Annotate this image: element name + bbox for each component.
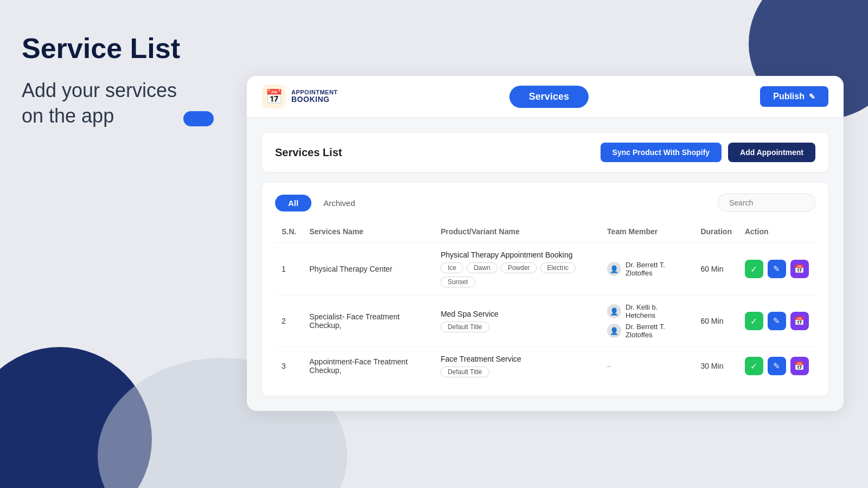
member-name: Dr. Berrett T. Zlotoffes bbox=[626, 323, 687, 339]
cell-duration: 30 Min bbox=[694, 347, 738, 386]
page-title: Service List bbox=[22, 33, 239, 65]
tab-all[interactable]: All bbox=[275, 195, 311, 211]
table-card: All Archived S.N. Services Name Product/… bbox=[262, 183, 828, 396]
content-area: Services List Sync Product With Shopify … bbox=[247, 118, 844, 411]
product-tag: Default Title bbox=[441, 367, 489, 377]
col-service-name: Services Name bbox=[303, 223, 434, 243]
member-name: Dr. Berrett T. Zlotoffes bbox=[626, 261, 687, 277]
cell-duration: 60 Min bbox=[694, 243, 738, 296]
avatar: 👤 bbox=[607, 304, 621, 318]
cell-product-name: Face Treatment ServiceDefault Title bbox=[434, 347, 601, 386]
edit-icon: ✎ bbox=[809, 92, 815, 101]
col-sn: S.N. bbox=[275, 223, 303, 243]
action-calendar-button[interactable]: 📅 bbox=[790, 357, 809, 375]
col-duration: Duration bbox=[694, 223, 738, 243]
table-header-row: S.N. Services Name Product/Variant Name … bbox=[275, 223, 815, 243]
cell-service-name: Physical Therapy Center bbox=[303, 243, 434, 296]
avatar: 👤 bbox=[607, 324, 621, 338]
product-tag: Electric bbox=[540, 262, 576, 273]
cell-duration: 60 Min bbox=[694, 296, 738, 347]
action-edit-button[interactable]: ✎ bbox=[768, 357, 786, 375]
product-tag: Default Title bbox=[441, 322, 489, 332]
table-row: 1Physical Therapy CenterPhysical Therapy… bbox=[275, 243, 815, 296]
header-actions: Sync Product With Shopify Add Appointmen… bbox=[601, 143, 815, 162]
filter-tabs: All Archived bbox=[275, 195, 360, 211]
main-card: 📅 APPOINTMENT BOOKING Services Publish ✎… bbox=[247, 76, 844, 411]
sync-shopify-button[interactable]: Sync Product With Shopify bbox=[601, 143, 722, 162]
action-calendar-button[interactable]: 📅 bbox=[790, 312, 809, 330]
product-tag: Ice bbox=[441, 262, 463, 273]
data-table: S.N. Services Name Product/Variant Name … bbox=[275, 223, 815, 385]
product-tag: Powder bbox=[501, 262, 537, 273]
cell-product-name: Med Spa ServiceDefault Title bbox=[434, 296, 601, 347]
services-list-title: Services List bbox=[275, 146, 342, 159]
avatar: 👤 bbox=[607, 262, 621, 276]
table-row: 2Specialist- Face Treatment Checkup,Med … bbox=[275, 296, 815, 347]
filters-row: All Archived bbox=[275, 194, 815, 212]
col-action: Action bbox=[738, 223, 815, 243]
action-check-button[interactable]: ✓ bbox=[745, 357, 763, 375]
cell-action: ✓✎📅 bbox=[738, 347, 815, 386]
services-nav-button[interactable]: Services bbox=[509, 86, 589, 108]
action-check-button[interactable]: ✓ bbox=[745, 312, 763, 330]
cell-sn: 3 bbox=[275, 347, 303, 386]
col-product-name: Product/Variant Name bbox=[434, 223, 601, 243]
cell-team-member: – bbox=[601, 347, 694, 386]
action-check-button[interactable]: ✓ bbox=[745, 260, 763, 278]
cell-service-name: Specialist- Face Treatment Checkup, bbox=[303, 296, 434, 347]
toggle-pill[interactable] bbox=[183, 111, 214, 126]
services-list-header: Services List Sync Product With Shopify … bbox=[262, 133, 828, 172]
product-tag: Dawn bbox=[467, 262, 497, 273]
product-tag: Sunset bbox=[441, 277, 475, 287]
cell-action: ✓✎📅 bbox=[738, 296, 815, 347]
app-logo-icon: 📅 bbox=[262, 85, 286, 108]
logo-text: APPOINTMENT BOOKING bbox=[291, 89, 338, 104]
tab-archived[interactable]: Archived bbox=[319, 195, 359, 211]
left-panel: Service List Add your services on the ap… bbox=[22, 33, 239, 129]
logo-area: 📅 APPOINTMENT BOOKING bbox=[262, 85, 338, 108]
publish-button[interactable]: Publish ✎ bbox=[760, 86, 828, 107]
cell-team-member: 👤Dr. Berrett T. Zlotoffes bbox=[601, 243, 694, 296]
cell-sn: 2 bbox=[275, 296, 303, 347]
cell-team-member: 👤Dr. Kelli b. Hetchens👤Dr. Berrett T. Zl… bbox=[601, 296, 694, 347]
table-row: 3Appointment-Face Treatment Checkup,Face… bbox=[275, 347, 815, 386]
action-calendar-button[interactable]: 📅 bbox=[790, 260, 809, 278]
action-edit-button[interactable]: ✎ bbox=[768, 312, 786, 330]
cell-action: ✓✎📅 bbox=[738, 243, 815, 296]
nav-bar: 📅 APPOINTMENT BOOKING Services Publish ✎ bbox=[247, 76, 844, 118]
action-edit-button[interactable]: ✎ bbox=[768, 260, 786, 278]
member-name: Dr. Kelli b. Hetchens bbox=[626, 303, 687, 319]
col-team-member: Team Member bbox=[601, 223, 694, 243]
cell-sn: 1 bbox=[275, 243, 303, 296]
cell-product-name: Physical Therapy Appointment BookingIceD… bbox=[434, 243, 601, 296]
add-appointment-button[interactable]: Add Appointment bbox=[728, 143, 815, 162]
subtitle-text: Add your services on the app bbox=[22, 78, 177, 129]
subtitle: Add your services on the app bbox=[22, 78, 239, 129]
search-input[interactable] bbox=[718, 194, 815, 212]
cell-service-name: Appointment-Face Treatment Checkup, bbox=[303, 347, 434, 386]
